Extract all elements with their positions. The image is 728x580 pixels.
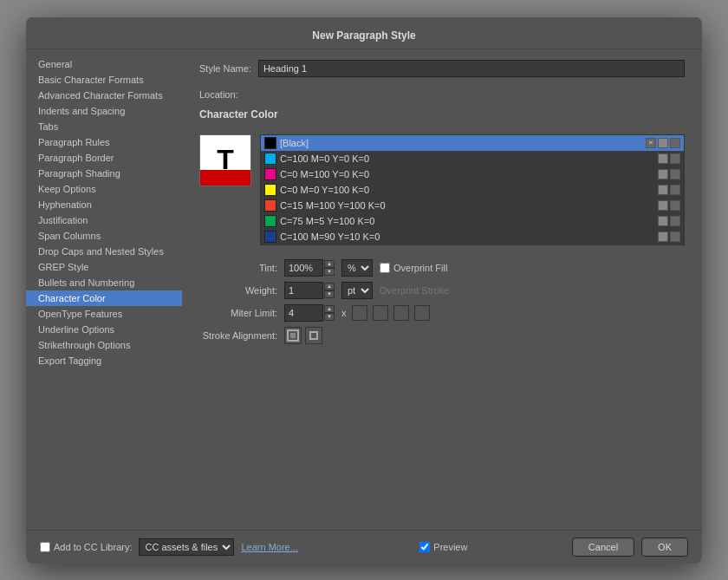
- footer-right: Cancel OK: [572, 538, 688, 557]
- weight-row: Weight: ▲ ▼ pt Overprint Stroke: [199, 282, 685, 299]
- add-cc-label: Add to CC Library:: [54, 542, 132, 552]
- ok-button[interactable]: OK: [641, 538, 688, 557]
- color-icon-x: ✕: [646, 138, 656, 148]
- weight-unit-dropdown[interactable]: pt: [341, 282, 373, 299]
- color-icon-stroke2: [670, 153, 680, 164]
- weight-up-arrow[interactable]: ▲: [324, 283, 335, 290]
- sidebar-item-drop-caps[interactable]: Drop Caps and Nested Styles: [26, 244, 182, 259]
- color-icon-fill6: [658, 216, 668, 226]
- color-icons-magenta: [658, 169, 680, 179]
- stroke-align-btn-2[interactable]: [305, 327, 322, 344]
- add-cc-checkbox[interactable]: [40, 542, 50, 552]
- color-name-red: C=15 M=100 Y=100 K=0: [280, 200, 654, 211]
- sidebar-item-char-color[interactable]: Character Color: [26, 290, 182, 306]
- character-preview-box: T: [199, 134, 251, 186]
- weight-spinner[interactable]: ▲ ▼: [284, 282, 335, 299]
- tint-spinner[interactable]: ▲ ▼: [284, 259, 335, 277]
- stroke-align-btn-1[interactable]: [284, 327, 302, 344]
- color-icon-fill4: [658, 185, 668, 195]
- tint-dropdown[interactable]: %: [341, 259, 373, 277]
- sidebar-item-grep-style[interactable]: GREP Style: [26, 259, 182, 275]
- color-icons-red: [658, 200, 680, 211]
- sidebar-item-para-border[interactable]: Paragraph Border: [26, 150, 182, 166]
- color-name-magenta: C=0 M=100 Y=0 K=0: [280, 169, 654, 179]
- sidebar-item-justification[interactable]: Justification: [26, 212, 182, 228]
- footer-preview: Preview: [419, 542, 467, 552]
- color-icon-stroke4: [670, 185, 680, 195]
- color-item-green[interactable]: C=75 M=5 Y=100 K=0: [261, 213, 684, 229]
- overprint-fill-checkbox-label[interactable]: Overprint Fill: [380, 263, 447, 273]
- cancel-button[interactable]: Cancel: [572, 538, 634, 557]
- add-cc-checkbox-label[interactable]: Add to CC Library:: [40, 542, 132, 552]
- color-item-cyan[interactable]: C=100 M=0 Y=0 K=0: [261, 151, 684, 166]
- main-panel: Style Name: Location: Character Color T: [182, 49, 702, 530]
- weight-down-arrow[interactable]: ▼: [324, 290, 335, 298]
- color-name-yellow: C=0 M=0 Y=100 K=0: [280, 185, 654, 195]
- color-item-yellow[interactable]: C=0 M=0 Y=100 K=0: [261, 182, 684, 198]
- weight-label: Weight:: [199, 285, 277, 296]
- section-title: Character Color: [199, 108, 685, 121]
- footer-left: Add to CC Library: CC assets & files Lea…: [40, 538, 298, 556]
- sidebar-item-export-tagging[interactable]: Export Tagging: [26, 353, 182, 368]
- color-item-red[interactable]: C=15 M=100 Y=100 K=0: [261, 198, 684, 213]
- color-swatch-yellow: [264, 184, 276, 196]
- color-icon-stroke5: [670, 200, 680, 211]
- weight-input[interactable]: [284, 282, 323, 299]
- miter-spinner[interactable]: ▲ ▼: [284, 304, 335, 322]
- miter-icon-1[interactable]: [352, 305, 367, 321]
- miter-icon-3[interactable]: [393, 305, 409, 321]
- sidebar-item-underline[interactable]: Underline Options: [26, 322, 182, 337]
- style-name-label: Style Name:: [199, 63, 251, 74]
- miter-input[interactable]: [284, 304, 323, 322]
- color-item-magenta[interactable]: C=0 M=100 Y=0 K=0: [261, 166, 684, 182]
- sidebar-item-keep-options[interactable]: Keep Options: [26, 181, 182, 197]
- stroke-alignment-row: Stroke Alignment:: [199, 327, 685, 344]
- weight-arrows: ▲ ▼: [324, 283, 335, 298]
- sidebar-item-opentype[interactable]: OpenType Features: [26, 306, 182, 322]
- sidebar-item-para-rules[interactable]: Paragraph Rules: [26, 134, 182, 150]
- svg-rect-2: [310, 332, 317, 339]
- color-swatch-black: [264, 137, 276, 149]
- color-icons-black: ✕: [646, 138, 680, 148]
- sidebar-item-general[interactable]: General: [26, 56, 182, 72]
- sidebar-item-hyphenation[interactable]: Hyphenation: [26, 197, 182, 212]
- sidebar-item-indents[interactable]: Indents and Spacing: [26, 103, 182, 119]
- cc-dropdown[interactable]: CC assets & files: [139, 538, 234, 556]
- sidebar-item-advanced-char[interactable]: Advanced Character Formats: [26, 88, 182, 103]
- sidebar-item-tabs[interactable]: Tabs: [26, 119, 182, 134]
- miter-up-arrow[interactable]: ▲: [324, 305, 335, 313]
- color-name-black: [Black]: [280, 138, 642, 148]
- color-name-blue: C=100 M=90 Y=10 K=0: [280, 231, 654, 242]
- color-icon-fill7: [658, 231, 668, 242]
- preview-T-letter: T: [217, 144, 234, 176]
- color-item-blue[interactable]: C=100 M=90 Y=10 K=0: [261, 229, 684, 244]
- tint-row: Tint: ▲ ▼ % Overprint Fill: [199, 259, 685, 277]
- preview-checkbox-label[interactable]: Preview: [419, 542, 467, 552]
- stroke-alignment-label: Stroke Alignment:: [199, 330, 277, 341]
- miter-icon-4[interactable]: [414, 305, 430, 321]
- learn-more-link[interactable]: Learn More...: [241, 542, 297, 552]
- tint-input[interactable]: [284, 259, 323, 277]
- miter-icon-2[interactable]: [373, 305, 388, 321]
- style-name-row: Style Name:: [199, 60, 685, 77]
- sidebar-item-strikethrough[interactable]: Strikethrough Options: [26, 337, 182, 353]
- tint-down-arrow[interactable]: ▼: [324, 268, 335, 276]
- dialog-title: New Paragraph Style: [26, 17, 702, 49]
- sidebar-item-bullets[interactable]: Bullets and Numbering: [26, 275, 182, 290]
- sidebar-item-span-columns[interactable]: Span Columns: [26, 228, 182, 244]
- style-name-input[interactable]: [258, 60, 685, 77]
- color-icon-stroke6: [670, 216, 680, 226]
- miter-extra: x: [341, 305, 430, 321]
- sidebar-item-basic-char[interactable]: Basic Character Formats: [26, 72, 182, 88]
- color-icon-stroke: [670, 138, 680, 148]
- sidebar-item-para-shading[interactable]: Paragraph Shading: [26, 166, 182, 181]
- color-item-black[interactable]: [Black] ✕: [261, 135, 684, 151]
- overprint-stroke-label: Overprint Stroke: [380, 285, 449, 296]
- preview-label: Preview: [433, 542, 467, 552]
- miter-down-arrow[interactable]: ▼: [324, 313, 335, 321]
- overprint-fill-checkbox[interactable]: [380, 263, 390, 273]
- preview-checkbox[interactable]: [419, 542, 430, 552]
- tint-up-arrow[interactable]: ▲: [324, 260, 335, 268]
- color-icon-stroke7: [670, 231, 680, 242]
- color-swatch-green: [264, 215, 276, 227]
